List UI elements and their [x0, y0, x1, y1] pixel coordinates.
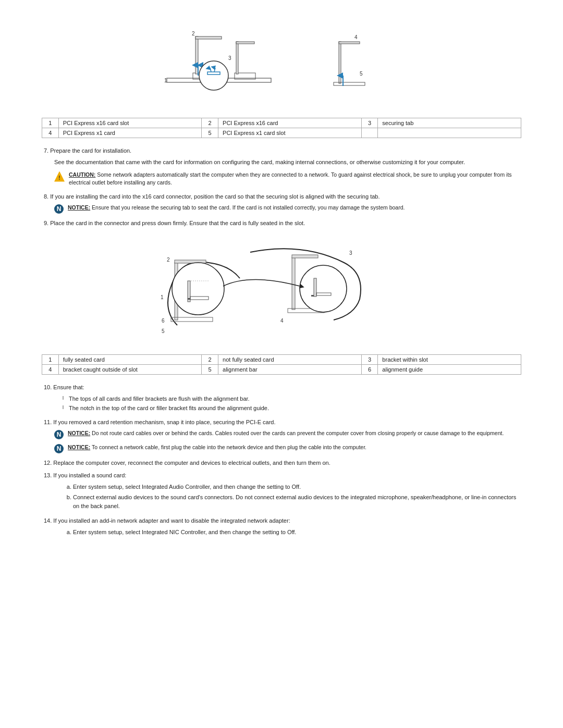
- step-10-body: Ensure that:: [53, 384, 84, 390]
- table-cell: 2: [202, 118, 218, 128]
- table-cell: bracket caught outside of slot: [58, 365, 202, 375]
- step-11: 11. If you removed a card retention mech…: [42, 419, 521, 425]
- svg-rect-36: [311, 295, 314, 297]
- svg-rect-4: [195, 36, 222, 39]
- step-10: 10. Ensure that:: [42, 384, 521, 390]
- table-cell: [361, 128, 378, 138]
- table-cell: 4: [42, 365, 59, 375]
- table-cell: PCI Express x1 card: [58, 128, 202, 138]
- caution-text: CAUTION: Some network adapters automatic…: [69, 171, 521, 188]
- table-cell: 1: [42, 355, 59, 365]
- step-14: 14. If you installed an add-in network a…: [42, 517, 521, 524]
- table-cell: not fully seated card: [218, 355, 362, 365]
- step-number: 7.: [44, 147, 48, 154]
- svg-text:3: 3: [228, 55, 231, 61]
- table-cell: alignment guide: [378, 365, 521, 375]
- notice-3-text: NOTICE: To connect a network cable, firs…: [68, 443, 366, 452]
- svg-rect-28: [188, 298, 190, 300]
- notice-icon-2: N: [54, 430, 64, 439]
- step-13: 13. If you installed a sound card:: [42, 472, 521, 478]
- step-12-body: Replace the computer cover, reconnect th…: [53, 460, 330, 466]
- notice-block-1: N NOTICE: Ensure that you release the se…: [54, 204, 521, 214]
- table-row: 4 bracket caught outside of slot 5 align…: [42, 365, 521, 375]
- diagram-1-svg: 1 2 3 4 5: [151, 26, 412, 109]
- list-item: The notch in the top of the card or fill…: [63, 404, 521, 413]
- caution-body-text: Some network adapters automatically star…: [69, 171, 512, 186]
- svg-rect-34: [314, 278, 316, 297]
- svg-rect-15: [334, 82, 365, 85]
- caution-icon: !: [54, 171, 65, 182]
- table-cell: 3: [361, 355, 378, 365]
- table-cell: PCI Express x16 card: [218, 118, 362, 128]
- svg-point-25: [172, 263, 224, 315]
- parts-table-2: 1 fully seated card 2 not fully seated c…: [42, 354, 521, 375]
- notice-block-3: N NOTICE: To connect a network cable, fi…: [54, 443, 521, 453]
- svg-text:6: 6: [162, 318, 165, 324]
- table-cell: PCI Express x1 card slot: [218, 128, 362, 138]
- svg-text:2: 2: [167, 257, 170, 263]
- notice-1-label: NOTICE:: [68, 204, 90, 211]
- table-row: 4 PCI Express x1 card 5 PCI Express x1 c…: [42, 128, 521, 138]
- svg-text:1: 1: [161, 294, 164, 300]
- notice-2-label: NOTICE:: [68, 430, 90, 436]
- svg-rect-31: [292, 255, 318, 258]
- table-cell: [378, 128, 521, 138]
- notice-3-label: NOTICE:: [68, 444, 90, 450]
- step-8-text: If you are installing the card into the …: [50, 193, 380, 200]
- step-13-alphalist: Enter system setup, select Integrated Au…: [73, 483, 521, 511]
- diagram-2-area: 2 1 3 6 5 4: [42, 231, 521, 346]
- step-number: 10.: [44, 384, 52, 390]
- svg-text:1: 1: [164, 78, 167, 83]
- svg-rect-14: [339, 42, 360, 44]
- step-8: 8. If you are installing the card into t…: [42, 193, 521, 200]
- step-number: 13.: [44, 472, 52, 478]
- step-7: 7. Prepare the card for installation.: [42, 147, 521, 154]
- notice-block-2: N NOTICE: Do not route card cables over …: [54, 429, 521, 439]
- step-9-body: Place the card in the connector and pres…: [50, 220, 305, 226]
- caution-block-1: ! CAUTION: Some network adapters automat…: [54, 171, 521, 188]
- step-number: 8.: [44, 193, 48, 200]
- table-cell: 6: [361, 365, 378, 375]
- table-cell: bracket within slot: [378, 355, 521, 365]
- svg-rect-30: [292, 257, 295, 310]
- table-cell: 5: [202, 365, 218, 375]
- table-cell: alignment bar: [218, 365, 362, 375]
- notice-icon-3: N: [54, 444, 64, 453]
- parts-table-1: 1 PCI Express x16 card slot 2 PCI Expres…: [42, 118, 521, 138]
- table-row: 1 fully seated card 2 not fully seated c…: [42, 355, 521, 365]
- notice-3-body-text: To connect a network cable, first plug t…: [92, 444, 366, 450]
- step-11-body: If you removed a card retention mechanis…: [53, 419, 275, 425]
- step-9: 9. Place the card in the connector and p…: [42, 220, 521, 226]
- diagram-1-area: 1 2 3 4 5: [42, 26, 521, 109]
- list-item: The tops of all cards and filler bracket…: [63, 394, 521, 404]
- list-item: Connect external audio devices to the so…: [73, 493, 521, 511]
- step-number: 14.: [44, 517, 52, 524]
- svg-point-9: [199, 61, 228, 90]
- list-item: Enter system setup, select Integrated Au…: [73, 483, 521, 492]
- table-cell: 5: [202, 128, 218, 138]
- svg-rect-8: [236, 42, 254, 44]
- page-content: 1 2 3 4 5 1 PCI Express x16 card slot 2 …: [42, 26, 521, 537]
- svg-text:3: 3: [349, 250, 352, 256]
- notice-2-text: NOTICE: Do not route card cables over or…: [68, 429, 504, 438]
- step-number: 9.: [44, 220, 48, 226]
- table-cell: 1: [42, 118, 59, 128]
- svg-text:5: 5: [360, 71, 363, 77]
- table-cell: securing tab: [378, 118, 521, 128]
- list-item: Enter system setup, select Integrated NI…: [73, 528, 521, 537]
- step-12: 12. Replace the computer cover, reconnec…: [42, 460, 521, 466]
- step-number: 12.: [44, 460, 52, 466]
- step-number: 11.: [44, 419, 52, 425]
- table-cell: 4: [42, 128, 59, 138]
- svg-point-33: [300, 265, 347, 312]
- svg-rect-7: [236, 42, 238, 74]
- svg-rect-13: [339, 42, 341, 83]
- table-cell: 2: [202, 355, 218, 365]
- notice-1-text: NOTICE: Ensure that you release the secu…: [68, 204, 405, 212]
- step-7-subtext: See the documentation that came with the…: [54, 158, 521, 167]
- diagram-2-svg: 2 1 3 6 5 4: [146, 231, 417, 346]
- step-14-body: If you installed an add-in network adapt…: [53, 517, 290, 524]
- svg-text:2: 2: [192, 31, 195, 36]
- table-row: 1 PCI Express x16 card slot 2 PCI Expres…: [42, 118, 521, 128]
- notice-1-body-text: Ensure that you release the securing tab…: [92, 204, 405, 211]
